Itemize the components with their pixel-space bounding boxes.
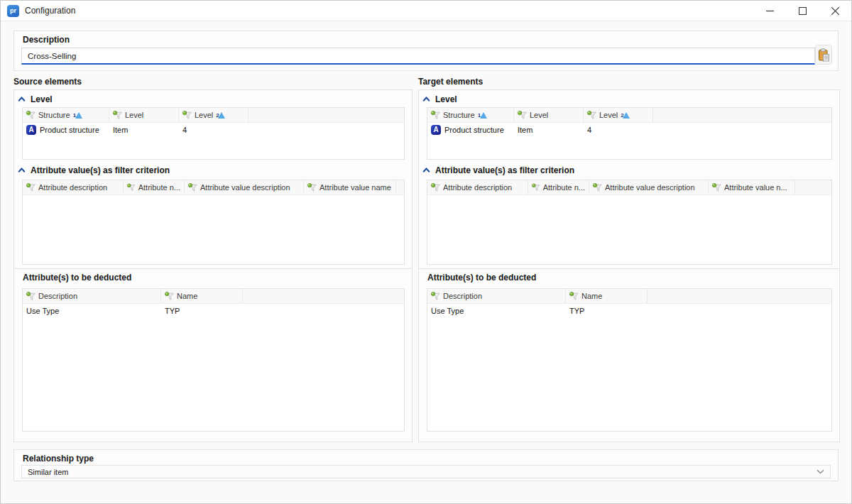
section-title: Attribute value(s) as filter criterion (435, 165, 574, 175)
column-header-label: Attribute n... (543, 183, 585, 192)
filter-funnel-icon[interactable] (532, 183, 540, 192)
sort-ascending-icon: 2 (218, 112, 225, 119)
column-header-label: Description (443, 292, 482, 300)
column-header-label: Attribute value description (605, 183, 695, 192)
column-header-label: Attribute description (38, 183, 107, 192)
table-header-row: Structure 1 Level Level 2 (427, 108, 831, 123)
target-elements-panel: Level Structure 1 Level Level 2 (418, 89, 840, 442)
column-header-name[interactable]: Name (161, 289, 243, 303)
chevron-up-icon (422, 97, 430, 102)
minimize-button[interactable] (753, 1, 786, 21)
table-row[interactable]: AProduct structure Item 4 (427, 123, 831, 136)
filter-funnel-icon[interactable] (165, 292, 174, 301)
column-header-attribute-description[interactable]: Attribute description (23, 180, 124, 195)
column-header-label: Level (599, 111, 618, 119)
target-deducted-label: Attribute(s) to be deducted (427, 273, 536, 283)
column-header-filler (653, 108, 831, 122)
target-level-section-header[interactable]: Level (422, 94, 457, 104)
source-deducted-table: Description Name Use Type TYP (22, 288, 405, 432)
column-header-label: Attribute value name (320, 183, 391, 192)
column-header-attribute-value-description[interactable]: Attribute value description (589, 180, 709, 195)
title-bar: pr Configuration (1, 1, 851, 21)
filter-funnel-icon[interactable] (26, 111, 36, 120)
column-header-attribute-description[interactable]: Attribute description (427, 180, 528, 195)
cell-name: TYP (161, 307, 243, 315)
cell-level: Item (514, 126, 584, 134)
filter-funnel-icon[interactable] (431, 292, 440, 301)
window-controls (753, 1, 851, 21)
source-filter-table: Attribute description Attribute n... Att… (22, 180, 405, 265)
column-header-attribute-value-name[interactable]: Attribute value name (304, 180, 396, 195)
cell-description: Use Type (427, 307, 566, 315)
cell-structure: Product structure (40, 126, 99, 134)
column-header-level-number[interactable]: Level 2 (179, 108, 248, 122)
column-header-description[interactable]: Description (427, 289, 566, 303)
column-header-label: Level (125, 111, 143, 119)
filter-funnel-icon[interactable] (593, 183, 602, 192)
table-row[interactable]: Use Type TYP (427, 304, 831, 317)
maximize-button[interactable] (786, 1, 819, 21)
column-header-structure[interactable]: Structure 1 (427, 108, 514, 122)
structure-badge-icon: A (431, 125, 441, 135)
filter-funnel-icon[interactable] (188, 183, 197, 192)
filter-funnel-icon[interactable] (182, 111, 192, 120)
section-title: Level (435, 94, 457, 104)
column-header-name[interactable]: Name (566, 289, 648, 303)
filter-funnel-icon[interactable] (26, 183, 36, 192)
column-header-structure[interactable]: Structure 1 (23, 108, 109, 122)
filter-funnel-icon[interactable] (431, 111, 440, 120)
table-header-row: Attribute description Attribute n... Att… (427, 180, 831, 195)
column-header-label: Attribute value description (200, 183, 290, 192)
close-button[interactable] (819, 1, 851, 21)
filter-funnel-icon[interactable] (127, 183, 136, 192)
cell-level: Item (109, 126, 179, 134)
column-header-label: Attribute n... (138, 183, 180, 192)
column-header-attribute-value-name[interactable]: Attribute value n... (709, 180, 795, 195)
column-header-label: Name (581, 292, 602, 300)
paste-button[interactable] (815, 45, 832, 65)
source-elements-panel: Level Structure 1 Level Level 2 (13, 89, 413, 442)
target-filter-section-header[interactable]: Attribute value(s) as filter criterion (422, 165, 574, 175)
filter-funnel-icon[interactable] (518, 111, 527, 120)
minimize-icon (766, 7, 774, 15)
column-header-level[interactable]: Level (514, 108, 584, 122)
section-separator (14, 268, 412, 269)
filter-funnel-icon[interactable] (113, 111, 122, 120)
configuration-window: pr Configuration Description (0, 0, 852, 504)
table-row[interactable]: AProduct structure Item 4 (23, 123, 404, 136)
column-header-label: Level (195, 111, 213, 119)
filter-funnel-icon[interactable] (587, 111, 596, 120)
relationship-type-label: Relationship type (23, 454, 94, 464)
source-deducted-label: Attribute(s) to be deducted (23, 273, 131, 283)
window-title: Configuration (25, 6, 75, 16)
sort-ascending-icon: 1 (75, 112, 82, 119)
column-header-attribute-value-description[interactable]: Attribute value description (185, 180, 304, 195)
sort-ascending-icon: 1 (480, 112, 487, 119)
column-header-level-number[interactable]: Level 2 (584, 108, 653, 122)
chevron-up-icon (18, 97, 26, 102)
source-filter-section-header[interactable]: Attribute value(s) as filter criterion (18, 165, 170, 175)
column-header-label: Name (177, 292, 197, 300)
source-level-section-header[interactable]: Level (18, 94, 53, 104)
description-input[interactable] (21, 48, 815, 65)
relationship-type-select[interactable]: Similar item (21, 465, 831, 478)
table-row[interactable]: Use Type TYP (23, 304, 404, 317)
column-header-attribute-name[interactable]: Attribute n... (528, 180, 589, 195)
clipboard-paste-icon (818, 48, 830, 62)
relationship-type-group: Relationship type Similar item (13, 449, 839, 481)
filter-funnel-icon[interactable] (307, 183, 317, 192)
column-header-description[interactable]: Description (23, 289, 161, 303)
filter-funnel-icon[interactable] (431, 183, 440, 192)
maximize-icon (799, 7, 807, 15)
column-header-attribute-name[interactable]: Attribute n... (124, 180, 185, 195)
chevron-up-icon (422, 168, 430, 173)
source-level-table: Structure 1 Level Level 2 AProduct struc… (22, 107, 405, 160)
chevron-down-icon (816, 469, 824, 474)
filter-funnel-icon[interactable] (26, 292, 36, 301)
column-header-label: Structure (443, 111, 475, 119)
column-header-level[interactable]: Level (109, 108, 179, 122)
description-label: Description (23, 35, 70, 45)
filter-funnel-icon[interactable] (712, 183, 721, 192)
sort-ascending-icon: 2 (623, 112, 630, 119)
filter-funnel-icon[interactable] (569, 292, 579, 301)
